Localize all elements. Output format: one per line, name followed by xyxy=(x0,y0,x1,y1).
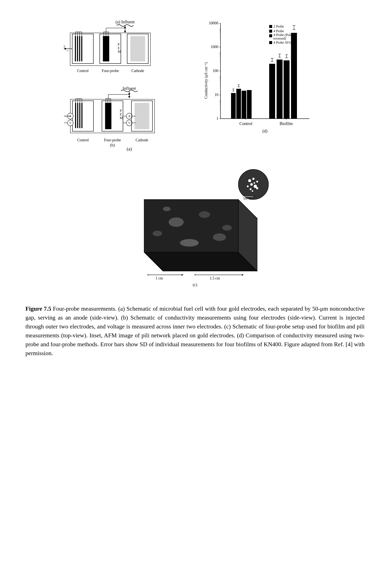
svg-text:1000: 1000 xyxy=(211,45,218,49)
svg-point-203 xyxy=(250,188,252,190)
svg-text:100: 100 xyxy=(213,69,218,73)
svg-text:Cathode: Cathode xyxy=(131,69,144,73)
svg-text:(b): (b) xyxy=(110,143,115,147)
svg-text:(d): (d) xyxy=(262,129,267,134)
svg-rect-167 xyxy=(269,30,272,33)
svg-point-199 xyxy=(252,178,254,180)
svg-text:Control: Control xyxy=(77,138,89,142)
svg-point-182 xyxy=(153,230,162,236)
svg-text:4 Probe AVG: 4 Probe AVG xyxy=(273,41,292,44)
svg-text:M: M xyxy=(118,50,121,53)
svg-text:reversed): reversed) xyxy=(273,37,286,41)
svg-rect-172 xyxy=(269,41,272,44)
svg-rect-152 xyxy=(291,33,297,119)
svg-text:Four-probe: Four-probe xyxy=(104,138,121,142)
svg-text:E: E xyxy=(118,46,120,50)
svg-marker-178 xyxy=(144,252,257,271)
figure-number: Figure 7.5 xyxy=(25,305,51,312)
svg-text:500 nm: 500 nm xyxy=(243,197,252,200)
svg-text:(a) Influent: (a) Influent xyxy=(115,19,135,24)
svg-point-197 xyxy=(238,169,268,199)
svg-rect-86 xyxy=(135,103,149,129)
svg-text:P: P xyxy=(120,109,122,113)
svg-text:Control: Control xyxy=(77,69,89,73)
svg-text:10000: 10000 xyxy=(209,21,218,25)
svg-text:2 Probe: 2 Probe xyxy=(273,25,284,28)
svg-marker-191 xyxy=(182,274,184,275)
svg-rect-169 xyxy=(269,34,272,37)
svg-text:Four-probe: Four-probe xyxy=(102,69,119,73)
svg-text:1: 1 xyxy=(216,116,218,121)
svg-rect-34 xyxy=(130,36,145,61)
diagram-a: (a) Influent Effluent ← Con xyxy=(64,17,195,81)
svg-text:Control: Control xyxy=(239,121,252,126)
svg-text:(c): (c) xyxy=(193,282,197,287)
svg-text:4 Probe: 4 Probe xyxy=(273,29,284,33)
svg-rect-151 xyxy=(284,60,290,119)
diagrams-col: (a) Influent Effluent ← Con xyxy=(64,17,195,148)
svg-text:M: M xyxy=(120,116,123,120)
svg-text:A: A xyxy=(128,115,130,118)
svg-point-207 xyxy=(252,190,253,192)
svg-point-205 xyxy=(256,187,258,189)
caption-text: Four-probe measurements. (a) Schematic o… xyxy=(25,305,365,356)
svg-text:4 Probe (Polarity: 4 Probe (Polarity xyxy=(273,33,296,37)
svg-point-185 xyxy=(163,207,171,211)
svg-text:Cathode: Cathode xyxy=(136,138,148,142)
svg-text:Biofilm: Biofilm xyxy=(280,121,293,126)
svg-point-186 xyxy=(222,225,232,231)
svg-rect-165 xyxy=(269,25,272,28)
svg-marker-196 xyxy=(242,274,244,275)
svg-point-200 xyxy=(256,181,258,183)
svg-marker-2 xyxy=(124,31,126,33)
svg-text:Effluent: Effluent xyxy=(64,44,65,48)
svg-point-184 xyxy=(180,239,199,247)
svg-text:←: ← xyxy=(66,48,70,53)
afm-section: 1 cm 1.5 cm xyxy=(110,154,280,298)
diagram-b: Influent Control xyxy=(64,85,195,148)
svg-point-206 xyxy=(247,185,249,187)
svg-point-201 xyxy=(250,183,253,186)
bottom-row: 1 cm 1.5 cm xyxy=(25,154,365,298)
svg-rect-64 xyxy=(105,103,111,129)
svg-text:V: V xyxy=(128,121,130,125)
svg-text:Conductivity (μS cm⁻¹): Conductivity (μS cm⁻¹) xyxy=(204,62,208,99)
svg-rect-20 xyxy=(103,36,109,61)
svg-text:E: E xyxy=(120,113,122,116)
svg-marker-41 xyxy=(128,96,130,98)
svg-point-180 xyxy=(169,217,184,227)
figure-container: (a) Influent Effluent ← Con xyxy=(25,17,365,358)
svg-rect-139 xyxy=(231,93,236,119)
svg-rect-142 xyxy=(247,90,252,119)
svg-rect-149 xyxy=(269,64,275,119)
svg-point-198 xyxy=(248,179,251,182)
svg-point-204 xyxy=(253,182,255,184)
svg-text:Influent: Influent xyxy=(123,86,136,90)
top-row: (a) Influent Effluent ← Con xyxy=(25,17,365,148)
svg-point-183 xyxy=(213,233,226,241)
svg-text:V: V xyxy=(69,121,71,125)
svg-point-181 xyxy=(199,211,210,218)
svg-rect-150 xyxy=(277,59,283,119)
svg-text:1.5 cm: 1.5 cm xyxy=(210,276,220,280)
svg-text:1 cm: 1 cm xyxy=(155,276,163,280)
chart-d: Conductivity (μS cm⁻¹) 10000 1000 xyxy=(203,17,326,136)
svg-rect-140 xyxy=(236,89,241,119)
svg-rect-141 xyxy=(242,91,246,119)
figure-caption: Figure 7.5 Four-probe measurements. (a) … xyxy=(25,304,365,358)
svg-text:10: 10 xyxy=(214,92,218,97)
svg-text:P: P xyxy=(118,43,120,46)
